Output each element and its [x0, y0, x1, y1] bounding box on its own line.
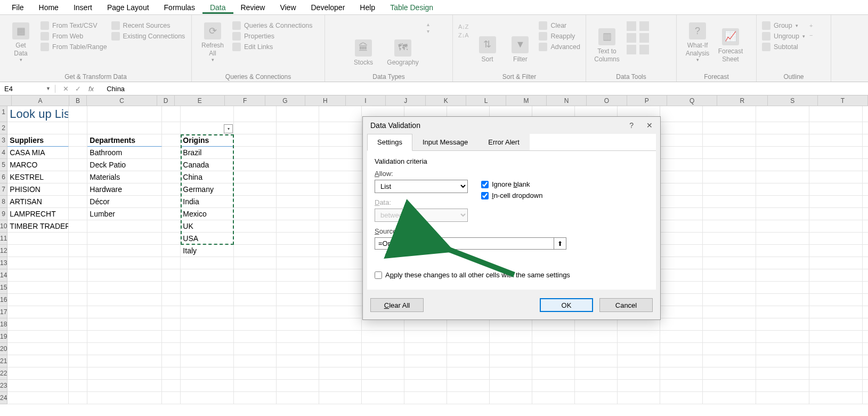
cell-R4[interactable] [756, 147, 809, 159]
cell-Q15[interactable] [703, 282, 756, 294]
cell-R19[interactable] [756, 331, 809, 343]
cell-I18[interactable] [362, 318, 404, 331]
cell-J20[interactable] [404, 343, 447, 355]
clear-filter[interactable]: Clear [539, 21, 580, 30]
cell-S16[interactable] [809, 294, 863, 306]
advanced-filter[interactable]: Advanced [539, 43, 580, 51]
cell-J23[interactable] [404, 380, 447, 392]
cell-H1[interactable] [319, 106, 362, 122]
cell-A7[interactable]: PHISION [7, 183, 69, 196]
cell-E18[interactable] [181, 318, 234, 331]
cell-R8[interactable] [756, 196, 809, 208]
cell-D13[interactable] [162, 257, 181, 269]
cell-O23[interactable] [618, 380, 660, 392]
cell-M24[interactable] [532, 392, 575, 404]
cell-G14[interactable] [277, 269, 319, 282]
row-header-10[interactable]: 10 [0, 220, 7, 233]
cell-R16[interactable] [756, 294, 809, 306]
cell-E16[interactable] [181, 294, 234, 306]
cell-N19[interactable] [575, 331, 618, 343]
cell-D21[interactable] [162, 355, 181, 367]
remove-duplicates-icon[interactable] [639, 21, 649, 31]
cell-E12[interactable]: Italy [181, 245, 234, 257]
cell-R17[interactable] [756, 306, 809, 318]
tab-settings[interactable]: Settings [367, 134, 412, 151]
cell-D6[interactable] [162, 171, 181, 183]
col-header-h[interactable]: H [305, 95, 345, 106]
cell-G16[interactable] [277, 294, 319, 306]
cell-Q2[interactable] [703, 122, 756, 134]
col-header-e[interactable]: E [175, 95, 225, 106]
cell-L23[interactable] [490, 380, 532, 392]
cell-T8[interactable] [863, 196, 868, 208]
cell-R15[interactable] [756, 282, 809, 294]
cell-M18[interactable] [532, 318, 575, 331]
cell-R2[interactable] [756, 122, 809, 134]
cell-S1[interactable] [809, 106, 863, 122]
cell-S4[interactable] [809, 147, 863, 159]
row-header-5[interactable]: 5 [0, 159, 7, 171]
cell-T19[interactable] [863, 331, 868, 343]
cell-D15[interactable] [162, 282, 181, 294]
cell-C11[interactable] [87, 233, 162, 245]
refresh-all-button[interactable]: ⟳Refresh All▾ [197, 18, 228, 63]
cell-R11[interactable] [756, 233, 809, 245]
cell-Q9[interactable] [703, 208, 756, 220]
cell-S7[interactable] [809, 183, 863, 196]
cell-S18[interactable] [809, 318, 863, 331]
cell-S23[interactable] [809, 380, 863, 392]
menu-formulas[interactable]: Formulas [157, 1, 202, 14]
cell-G8[interactable] [277, 196, 319, 208]
col-header-n[interactable]: N [547, 95, 587, 106]
cell-P20[interactable] [660, 343, 703, 355]
cell-C23[interactable] [87, 380, 162, 392]
cell-P14[interactable] [660, 269, 703, 282]
cell-A10[interactable]: TIMBER TRADERS [7, 220, 69, 233]
cell-J19[interactable] [404, 331, 447, 343]
cell-G18[interactable] [277, 318, 319, 331]
cell-T13[interactable] [863, 257, 868, 269]
cell-J22[interactable] [404, 367, 447, 380]
cell-E24[interactable] [181, 392, 234, 404]
cell-Q13[interactable] [703, 257, 756, 269]
ok-button[interactable]: OK [540, 298, 593, 312]
cell-A24[interactable] [7, 392, 69, 404]
cell-Q10[interactable] [703, 220, 756, 233]
cell-H15[interactable] [319, 282, 362, 294]
cell-S22[interactable] [809, 367, 863, 380]
cell-Q21[interactable] [703, 355, 756, 367]
cell-R22[interactable] [756, 367, 809, 380]
cell-A13[interactable] [7, 257, 69, 269]
cell-S5[interactable] [809, 159, 863, 171]
cell-Q24[interactable] [703, 392, 756, 404]
cell-F22[interactable] [234, 367, 277, 380]
cell-C2[interactable] [87, 122, 162, 134]
cell-Q7[interactable] [703, 183, 756, 196]
cell-D22[interactable] [162, 367, 181, 380]
cell-G23[interactable] [277, 380, 319, 392]
cell-P21[interactable] [660, 355, 703, 367]
cell-I23[interactable] [362, 380, 404, 392]
cell-P9[interactable] [660, 208, 703, 220]
cell-R24[interactable] [756, 392, 809, 404]
cell-H3[interactable] [319, 134, 362, 147]
cell-Q22[interactable] [703, 367, 756, 380]
col-header-b[interactable]: B [69, 95, 87, 106]
cell-P15[interactable] [660, 282, 703, 294]
cell-N21[interactable] [575, 355, 618, 367]
col-header-g[interactable]: G [265, 95, 305, 106]
cell-D14[interactable] [162, 269, 181, 282]
apply-changes-checkbox[interactable] [375, 271, 382, 279]
cell-F16[interactable] [234, 294, 277, 306]
cell-T1[interactable] [863, 106, 868, 122]
allow-select[interactable]: List [375, 180, 468, 193]
cell-T16[interactable] [863, 294, 868, 306]
cell-H17[interactable] [319, 306, 362, 318]
cell-P22[interactable] [660, 367, 703, 380]
cell-Q17[interactable] [703, 306, 756, 318]
cell-F23[interactable] [234, 380, 277, 392]
cell-M20[interactable] [532, 343, 575, 355]
cell-O21[interactable] [618, 355, 660, 367]
cell-H7[interactable] [319, 183, 362, 196]
row-header-13[interactable]: 13 [0, 257, 7, 269]
